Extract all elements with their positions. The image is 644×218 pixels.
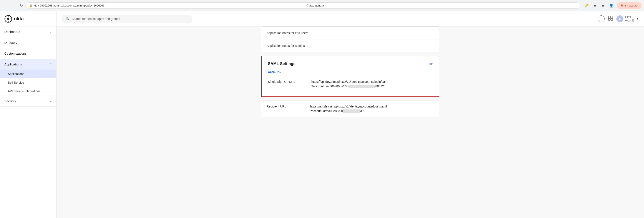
user-name: sami <box>625 15 634 19</box>
back-button[interactable]: ← <box>2 2 9 9</box>
user-menu[interactable]: S sami okta-i63 ▼ <box>616 15 639 22</box>
sidebar-sub-item-self-service[interactable]: Self Service <box>0 78 56 87</box>
sso-url-field: Single Sign On URL https://api.dev.simpp… <box>268 77 432 91</box>
chevron-up-icon: ⌃ <box>50 63 52 66</box>
sidebar-item-label: Dashboard <box>4 30 20 34</box>
notes-end-users-section: Application notes for end users <box>262 27 439 39</box>
sidebar-sub-item-label: Self Service <box>8 81 24 84</box>
notes-admins-section: Application notes for admins <box>262 39 439 52</box>
application-notes-card: Application notes for end users Applicat… <box>261 26 439 52</box>
app-layout: okta Dashboard ⌄ Directory ⌄ Customizati… <box>0 11 644 218</box>
sidebar-item-customizations[interactable]: Customizations ⌄ <box>0 48 56 59</box>
svg-point-1 <box>7 18 9 20</box>
sidebar-sub-item-api[interactable]: API Service Integrations <box>0 87 56 96</box>
profile-icon[interactable]: 👤 <box>608 2 614 9</box>
forward-button[interactable]: → <box>10 2 16 9</box>
sso-url-line2: ?accountId=c309e80d-077f- 88392 <box>311 84 432 89</box>
sso-url-label: Single Sign On URL <box>268 80 303 83</box>
key-icon[interactable]: 🔑 <box>584 2 590 9</box>
nav-group-directory: Directory ⌄ <box>0 37 56 48</box>
svg-rect-12 <box>608 18 610 20</box>
recipient-url-field: Recipient URL https://api.dev.simpplr.xy… <box>262 101 439 117</box>
saml-settings-title: SAML Settings <box>268 62 296 66</box>
chevron-down-icon: ⌄ <box>50 52 52 55</box>
user-info: sami okta-i63 <box>625 15 634 22</box>
sidebar-item-label: Security <box>4 99 16 103</box>
svg-rect-11 <box>611 16 613 18</box>
browser-chrome: ← → ↻ 🔒 dev-26062663-admin.okta.com/admi… <box>0 0 644 11</box>
nav-group-dashboard: Dashboard ⌄ <box>0 26 56 37</box>
main-area: 🔍 Search for people, apps and groups ? S <box>56 11 644 218</box>
redacted-value <box>350 85 376 88</box>
recipient-url-line2: ?accountId=c309e80d-0 392 <box>310 109 434 113</box>
sidebar-header: okta <box>0 11 56 26</box>
star-icon[interactable]: ★ <box>592 2 598 9</box>
url-right: i7#tab-general <box>306 4 577 7</box>
sidebar-item-applications[interactable]: Applications ⌃ <box>0 59 56 70</box>
notes-admins-label: Application notes for admins <box>266 44 305 47</box>
sidebar-sub-item-label: API Service Integrations <box>8 90 40 93</box>
chevron-down-icon: ⌄ <box>50 41 52 44</box>
sidebar-item-directory[interactable]: Directory ⌄ <box>0 37 56 48</box>
address-bar[interactable]: 🔒 dev-26062663-admin.okta.com/admin/app/… <box>26 2 580 9</box>
lock-icon: 🔒 <box>29 4 32 7</box>
recipient-url-line1: https://api.dev.simpplr.xyz/v1/identity/… <box>310 104 434 109</box>
content-inner: Application notes for end users Applicat… <box>257 26 444 129</box>
avatar: S <box>616 15 623 22</box>
svg-rect-13 <box>611 18 613 20</box>
notes-end-users-label: Application notes for end users <box>266 31 308 35</box>
general-section-label: GENERAL <box>268 70 432 74</box>
okta-topbar: 🔍 Search for people, apps and groups ? S <box>56 11 644 26</box>
chevron-down-icon: ⌄ <box>50 100 52 103</box>
browser-actions: 🔑 ★ ■ 👤 Finish update <box>584 2 642 9</box>
sso-url-value: https://api.dev.simpplr.xyz/v1/identity/… <box>311 80 432 89</box>
nav-group-security: Security ⌄ <box>0 96 56 107</box>
sidebar-item-label: Applications <box>4 62 22 66</box>
help-button[interactable]: ? <box>598 15 605 22</box>
edit-link[interactable]: Edit <box>428 62 432 66</box>
sidebar-sub-item-applications[interactable]: Applications <box>0 70 56 78</box>
sidebar-item-label: Customizations <box>4 52 27 55</box>
page-content: Application notes for end users Applicat… <box>56 26 644 218</box>
okta-logo-icon <box>4 15 12 23</box>
chevron-down-icon: ⌄ <box>50 30 52 33</box>
grid-icon[interactable] <box>608 16 613 22</box>
chevron-down-icon: ▼ <box>636 17 639 20</box>
saml-card-header: SAML Settings Edit <box>268 62 432 66</box>
topbar-actions: ? S sami okta-i <box>598 15 639 22</box>
svg-rect-10 <box>608 16 610 18</box>
saml-settings-card: SAML Settings Edit GENERAL Single Sign O… <box>261 56 439 97</box>
sidebar-item-security[interactable]: Security ⌄ <box>0 96 56 107</box>
url-left: dev-26062663-admin.okta.com/admin/app/de… <box>34 4 304 7</box>
okta-logo: okta <box>4 15 24 23</box>
user-initials: S <box>619 17 621 20</box>
okta-logo-text: okta <box>14 16 24 22</box>
redacted-value <box>343 109 360 113</box>
sidebar-sub-item-label: Applications <box>8 72 24 76</box>
recipient-url-value: https://api.dev.simpplr.xyz/v1/identity/… <box>310 104 434 113</box>
split-view-icon[interactable]: ■ <box>600 2 606 9</box>
search-bar[interactable]: 🔍 Search for people, apps and groups <box>62 15 192 23</box>
nav-group-customizations: Customizations ⌄ <box>0 48 56 59</box>
refresh-button[interactable]: ↻ <box>18 2 24 9</box>
sidebar-item-label: Directory <box>4 41 18 44</box>
sidebar-item-dashboard[interactable]: Dashboard ⌄ <box>0 26 56 37</box>
recipient-url-card: Recipient URL https://api.dev.simpplr.xy… <box>261 101 439 117</box>
search-placeholder: Search for people, apps and groups <box>72 17 120 21</box>
nav-group-applications: Applications ⌃ Applications Self Service… <box>0 59 56 96</box>
sso-url-line1: https://api.dev.simpplr.xyz/v1/identity/… <box>311 80 432 84</box>
sidebar: okta Dashboard ⌄ Directory ⌄ Customizati… <box>0 11 56 218</box>
user-org: okta-i63 <box>625 19 634 22</box>
search-icon: 🔍 <box>66 17 70 21</box>
finish-update-button[interactable]: Finish update <box>616 2 642 9</box>
recipient-url-label: Recipient URL <box>266 104 301 108</box>
